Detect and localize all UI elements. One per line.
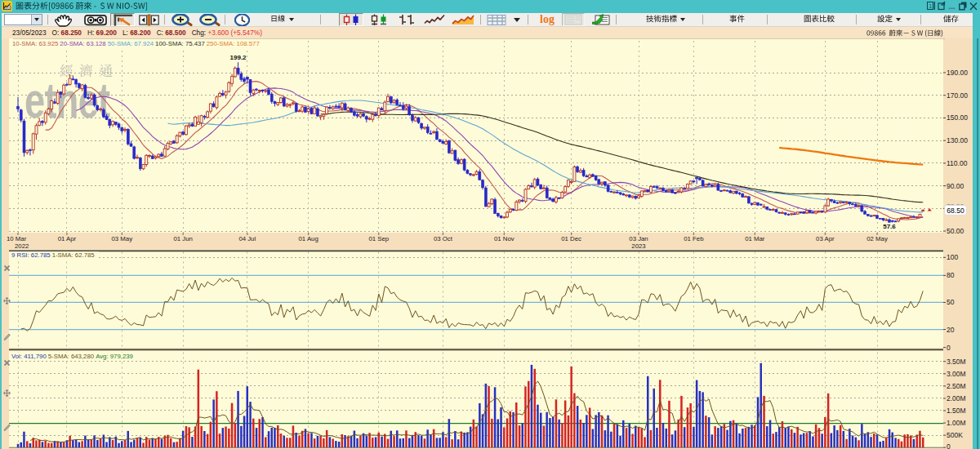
- 10-sma-legend-item: 10-SMA: 63.925: [12, 40, 58, 47]
- crosshair-button[interactable]: [110, 13, 135, 26]
- binoculars-icon: [84, 14, 107, 26]
- svg-text:01 Feb: 01 Feb: [684, 235, 704, 242]
- window-maximize-icon[interactable]: [959, 1, 967, 11]
- svg-text:03 Jan: 03 Jan: [629, 235, 648, 242]
- quote-panel-button[interactable]: [562, 13, 585, 26]
- svg-text:100: 100: [947, 253, 958, 261]
- grid-layout-icon: [487, 14, 506, 26]
- svg-text:50.00: 50.00: [947, 227, 964, 235]
- crosshair-pointer-icon: [112, 14, 133, 26]
- menu-save-label: [943, 15, 959, 24]
- line-chart-icon: [424, 14, 445, 25]
- svg-text:3.00M: 3.00M: [947, 370, 966, 378]
- title-bar[interactable]: 1: [0, 0, 980, 13]
- svg-text:01 Mar: 01 Mar: [745, 235, 765, 242]
- menu-settings-label: [877, 15, 901, 24]
- log-scale-button[interactable]: log: [532, 13, 562, 26]
- candlestick-icon: [341, 14, 361, 25]
- svg-text:10 Mar: 10 Mar: [7, 235, 27, 242]
- chart-type-candle-button[interactable]: [339, 13, 363, 26]
- symbol-input[interactable]: [5, 15, 31, 24]
- 5-sma-legend-item: 5-SMA: 643,280: [48, 353, 94, 360]
- svg-text:2023: 2023: [631, 242, 645, 250]
- chart-area: etnet190.00170.00150.00130.00110.0090.00…: [0, 38, 980, 449]
- edit-pane-icon[interactable]: [3, 333, 11, 340]
- overview-button[interactable]: [82, 13, 109, 26]
- svg-text:2022: 2022: [15, 242, 29, 250]
- svg-text:130.00: 130.00: [947, 136, 968, 144]
- svg-text:190.00: 190.00: [947, 69, 968, 77]
- zoom-in-icon: [172, 14, 194, 26]
- svg-text:57.6: 57.6: [883, 223, 896, 230]
- zoom-out-button[interactable]: [197, 13, 223, 26]
- period-dropdown[interactable]: [265, 13, 298, 26]
- symbol-combo[interactable]: [4, 14, 42, 25]
- svg-text:1.50M: 1.50M: [947, 407, 966, 415]
- svg-text:1.00M: 1.00M: [947, 419, 966, 427]
- menu-events-button[interactable]: [714, 13, 760, 26]
- menu-settings-button[interactable]: [858, 13, 920, 26]
- chart-type-candle-alt-button[interactable]: [367, 13, 391, 26]
- window-close-icon[interactable]: [969, 1, 978, 11]
- svg-text:150.00: 150.00: [947, 113, 968, 122]
- svg-text:03 Apr: 03 Apr: [816, 235, 835, 242]
- chart-type-ohlc-button[interactable]: [394, 13, 419, 26]
- chart-line-icon: [2, 1, 12, 11]
- toolbar: log: [2, 13, 973, 27]
- avg-legend-item: Avg: 979,239: [96, 353, 133, 360]
- move-pane-icon[interactable]: [3, 389, 11, 397]
- move-pane-icon[interactable]: [3, 297, 11, 305]
- chart-type-mountain-button[interactable]: [449, 13, 477, 26]
- svg-text:68.50: 68.50: [947, 207, 964, 215]
- close-pane-icon[interactable]: [3, 359, 11, 367]
- svg-text:etnet: etnet: [24, 72, 110, 129]
- price-chart[interactable]: etnet190.00170.00150.00130.00110.0090.00…: [0, 38, 980, 449]
- svg-text:01 Nov: 01 Nov: [494, 235, 514, 242]
- svg-text:01 Sep: 01 Sep: [368, 235, 389, 242]
- watermark-svg: etnet: [24, 64, 113, 129]
- svg-text:50: 50: [947, 298, 955, 306]
- window-popout-icon[interactable]: [938, 1, 946, 11]
- 250-sma-legend-item: 250-SMA: 108.577: [207, 40, 260, 47]
- hand-pan-icon: [54, 13, 77, 27]
- 100-sma-legend-item: 100-SMA: 75.437: [155, 40, 205, 47]
- quote-panel-icon: [564, 14, 582, 25]
- svg-text:0: 0: [947, 344, 951, 352]
- quote-bar: 23/05/2023O: 68.250H: 69.200L: 68.200C: …: [2, 27, 973, 38]
- scroll-split-button[interactable]: [137, 13, 160, 26]
- menu-compare-label: [804, 15, 835, 24]
- chart-type-line-button[interactable]: [421, 13, 448, 26]
- grid-layout-dropdown[interactable]: [483, 13, 523, 26]
- svg-text:500K: 500K: [947, 431, 963, 439]
- chevron-down-icon: [34, 18, 39, 21]
- chevron-down-icon: [896, 18, 901, 21]
- edit-pane-icon[interactable]: [3, 424, 11, 431]
- export-panel-button[interactable]: [588, 13, 612, 26]
- svg-text:0: 0: [947, 442, 951, 449]
- chevron-down-icon: [514, 18, 520, 22]
- zoom-in-button[interactable]: [169, 13, 195, 26]
- clock-icon: [234, 14, 250, 26]
- window-controls: 1: [927, 1, 978, 11]
- ohlc-bars-icon: [397, 14, 416, 25]
- sma-legend: 10-SMA: 63.92520-SMA: 63.12850-SMA: 67.9…: [12, 40, 264, 47]
- svg-text:01 Jun: 01 Jun: [173, 235, 192, 242]
- svg-text:110.00: 110.00: [947, 159, 968, 167]
- window-1-icon[interactable]: 1: [927, 1, 935, 11]
- pan-button[interactable]: [52, 13, 78, 26]
- log-label: log: [540, 13, 555, 26]
- menu-indicators-button[interactable]: [629, 13, 702, 26]
- menu-save-button[interactable]: [926, 13, 975, 26]
- svg-text:2.00M: 2.00M: [947, 394, 966, 402]
- close-pane-icon[interactable]: [3, 265, 11, 272]
- mountain-chart-icon: [452, 14, 474, 25]
- svg-text:2.50M: 2.50M: [947, 382, 966, 390]
- svg-text:3.50M: 3.50M: [947, 358, 966, 366]
- chart-analysis-window: 1 log 23/05/2023O: 68.250H: 69.200L: 68.…: [0, 0, 980, 449]
- menu-compare-button[interactable]: [778, 13, 860, 26]
- svg-text:20: 20: [947, 326, 955, 334]
- history-button[interactable]: [230, 13, 253, 26]
- window-minimize-icon[interactable]: [948, 1, 956, 11]
- symbol-combo-dropdown[interactable]: [31, 15, 42, 24]
- zoom-out-icon: [199, 14, 221, 26]
